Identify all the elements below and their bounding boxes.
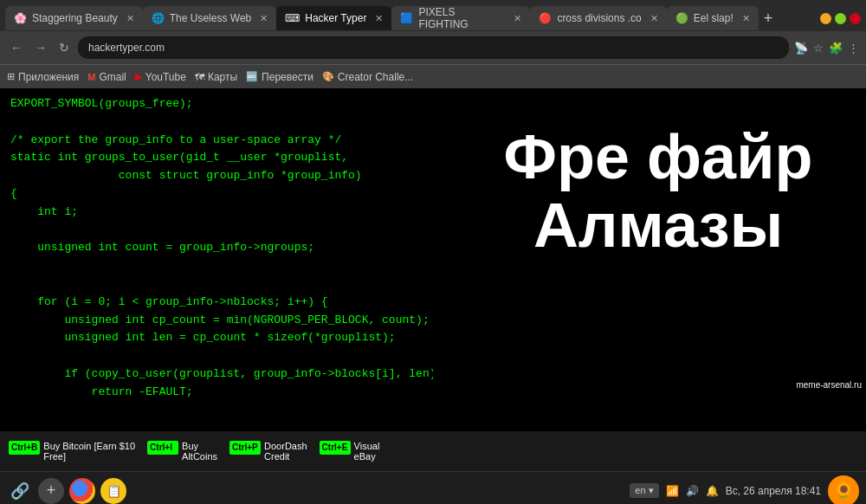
tab-eel-slap[interactable]: 🟢 Eel slap! ✕	[667, 6, 759, 30]
tab-hacker-typer[interactable]: ⌨ Hacker Typer ✕	[276, 6, 391, 30]
tab-staggering-beauty[interactable]: 🌸 Staggering Beauty ✕	[5, 6, 143, 30]
extensions-icon[interactable]: 🧩	[829, 42, 843, 55]
forward-button[interactable]: →	[31, 39, 50, 56]
bookmark-creator[interactable]: 🎨 Creator Challe...	[322, 71, 413, 83]
menu-icon[interactable]: ⋮	[848, 42, 859, 55]
code-area: EXPORT_SYMBOL(groups_free); /* export th…	[0, 88, 433, 431]
main-content: EXPORT_SYMBOL(groups_free); /* export th…	[0, 88, 866, 431]
bookmarks-bar: ⊞ Приложения M Gmail ▶ YouTube 🗺 Карты 🔤…	[0, 64, 866, 88]
maximize-button[interactable]	[835, 13, 846, 24]
tab-label: cross divisions .co	[557, 12, 641, 24]
new-tab-button[interactable]: +	[759, 10, 779, 28]
shortcut-visual-ebay[interactable]: Ctrl+E VisualeBay	[314, 439, 385, 463]
tab-close[interactable]: ✕	[260, 13, 268, 24]
apps-icon: ⊞	[7, 71, 15, 82]
taskbar-notes-icon[interactable]: 📋	[100, 478, 126, 504]
tab-favicon: 🟦	[400, 12, 413, 24]
tab-favicon: 🌸	[14, 12, 27, 24]
taskbar-chain-icon[interactable]: 🔗	[7, 478, 33, 504]
minimize-button[interactable]	[820, 13, 831, 24]
creator-icon: 🎨	[322, 71, 334, 82]
taskbar-right: en ▾ 📶 🔊 🔔 Вс, 26 апреля 18:41 🌻	[630, 475, 859, 505]
taskbar-left: 🔗 + 📋	[7, 478, 126, 504]
overlay-line2: Алмазы	[476, 191, 840, 260]
taskbar-avatar[interactable]: 🌻	[828, 475, 859, 505]
tab-favicon: 🌐	[152, 12, 165, 24]
sound-icon: 🔊	[686, 485, 699, 497]
shortcut-label: VisualeBay	[354, 441, 380, 462]
tab-close[interactable]: ✕	[650, 13, 658, 24]
bookmark-youtube[interactable]: ▶ YouTube	[135, 71, 186, 83]
reload-button[interactable]: ↻	[55, 39, 73, 56]
shortcut-key: Ctrl+I	[147, 441, 178, 455]
bookmark-translate[interactable]: 🔤 Перевести	[246, 71, 313, 83]
tab-label: Eel slap!	[694, 12, 734, 24]
shortcut-key: Ctrl+B	[9, 441, 40, 455]
tab-bar: 🌸 Staggering Beauty ✕ 🌐 The Useless Web …	[0, 0, 866, 31]
close-button[interactable]	[850, 13, 861, 24]
notification-icon: 🔔	[706, 485, 719, 497]
bookmark-label: YouTube	[145, 71, 186, 83]
bookmark-label: Карты	[208, 71, 237, 83]
tab-label: Staggering Beauty	[32, 12, 118, 24]
translate-icon: 🔤	[246, 71, 258, 82]
tab-close[interactable]: ✕	[514, 13, 521, 24]
bookmark-gmail[interactable]: M Gmail	[87, 71, 126, 83]
tab-favicon: ⌨	[285, 12, 300, 24]
shortcut-altcoins[interactable]: Ctrl+I BuyAltCoins	[142, 439, 223, 463]
bookmark-label: Gmail	[99, 71, 126, 83]
bookmark-label: Приложения	[18, 71, 79, 83]
tab-favicon: 🔴	[539, 12, 552, 24]
shortcuts-bar: Ctrl+B Buy Bitcoin [Earn $10Free] Ctrl+I…	[0, 431, 866, 471]
tab-cross-divisions[interactable]: 🔴 cross divisions .co ✕	[530, 6, 666, 30]
back-button[interactable]: ←	[7, 39, 26, 56]
watermark: meme-arsenal.ru	[792, 378, 866, 391]
tab-label: Hacker Typer	[305, 12, 366, 24]
gmail-icon: M	[87, 72, 95, 82]
window-controls	[820, 13, 861, 24]
shortcut-key: Ctrl+P	[229, 441, 261, 455]
shortcut-bitcoin[interactable]: Ctrl+B Buy Bitcoin [Earn $10Free]	[3, 439, 140, 463]
bookmark-label: Creator Challe...	[338, 71, 413, 83]
tab-favicon: 🟢	[675, 12, 688, 24]
address-bar: ← → ↻ 📡 ☆ 🧩 ⋮	[0, 31, 866, 64]
address-input[interactable]	[78, 36, 789, 59]
tab-close[interactable]: ✕	[742, 13, 750, 24]
taskbar: 🔗 + 📋 en ▾ 📶 🔊 🔔 Вс, 26 апреля 18:41 🌻	[0, 471, 866, 504]
tab-close[interactable]: ✕	[375, 13, 383, 24]
tab-useless-web[interactable]: 🌐 The Useless Web ✕	[143, 6, 276, 30]
youtube-icon: ▶	[135, 71, 142, 82]
bookmark-star-icon[interactable]: ☆	[813, 42, 824, 55]
datetime-display: Вс, 26 апреля 18:41	[726, 485, 821, 497]
taskbar-add-icon[interactable]: +	[38, 478, 64, 504]
shortcut-label: DoorDashDoorDash CreditCredit	[264, 441, 307, 462]
bookmark-apps[interactable]: ⊞ Приложения	[7, 71, 79, 83]
bookmark-maps[interactable]: 🗺 Карты	[195, 71, 237, 83]
shortcut-label: Buy Bitcoin [Earn $10Free]	[43, 441, 135, 462]
address-icons: 📡 ☆ 🧩 ⋮	[794, 42, 859, 55]
bookmark-label: Перевести	[262, 71, 313, 83]
shortcut-key: Ctrl+E	[320, 441, 351, 455]
tab-label: PIXELS FIGHTING	[418, 6, 505, 30]
tab-close[interactable]: ✕	[126, 13, 134, 24]
tab-label: The Useless Web	[170, 12, 251, 24]
maps-icon: 🗺	[195, 72, 204, 82]
shortcut-doordash[interactable]: Ctrl+P DoorDashDoorDash CreditCredit	[224, 439, 313, 463]
language-button[interactable]: en ▾	[630, 483, 658, 498]
browser-window: 🌸 Staggering Beauty ✕ 🌐 The Useless Web …	[0, 0, 866, 504]
taskbar-chrome-icon[interactable]	[69, 478, 95, 504]
cast-icon[interactable]: 📡	[794, 42, 808, 55]
overlay-line1: Фре файр	[476, 123, 840, 191]
wifi-icon: 📶	[666, 485, 679, 497]
shortcut-label: BuyAltCoins	[182, 441, 217, 462]
tab-pixels-fighting[interactable]: 🟦 PIXELS FIGHTING ✕	[391, 6, 530, 30]
overlay-text: Фре файр Алмазы	[476, 123, 840, 260]
